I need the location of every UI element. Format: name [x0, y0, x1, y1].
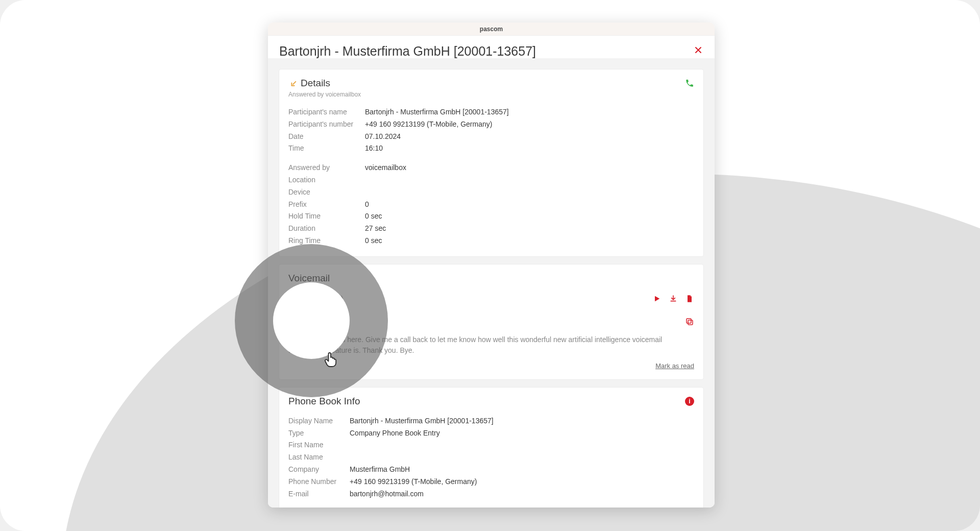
close-icon[interactable]: [693, 45, 703, 58]
details-label: Device: [288, 186, 365, 199]
app-window: pascom Bartonjrh - Musterfirma GmbH [200…: [268, 22, 715, 508]
transcription-text: Hi, James. James here. Give me a call ba…: [288, 334, 694, 356]
details-label: Date: [288, 131, 365, 143]
transcription-title: Transcription: [288, 317, 341, 327]
phonebook-label: Last Name: [288, 451, 350, 464]
details-value: 07.10.2024: [365, 131, 401, 143]
details-value: 27 sec: [365, 223, 386, 235]
details-row: Participant's nameBartonjrh - Musterfirm…: [288, 106, 694, 118]
phonebook-label: E-mail: [288, 488, 350, 500]
details-value: +49 160 99213199 (T-Mobile, Germany): [365, 118, 492, 131]
details-label: Answered by: [288, 162, 365, 174]
voicemail-duration: Duration (14 sec): [288, 295, 343, 303]
details-subtitle: Answered by voicemailbox: [288, 91, 694, 98]
document-button[interactable]: [685, 294, 694, 303]
details-label: Participant's name: [288, 106, 365, 118]
details-grid-1: Participant's nameBartonjrh - Musterfirm…: [288, 106, 694, 155]
phonebook-row: Last Name: [288, 451, 694, 464]
details-row: Location: [288, 174, 694, 186]
mark-read-row: Mark as read: [288, 361, 694, 370]
phonebook-value: Musterfirma GmbH: [350, 464, 410, 476]
outer-frame: pascom Bartonjrh - Musterfirma GmbH [200…: [0, 0, 980, 531]
details-row: Date07.10.2024: [288, 131, 694, 143]
phonebook-label: Phone Number: [288, 476, 350, 488]
details-row: Device: [288, 186, 694, 199]
phonebook-card: Phone Book Info i Display NameBartonjrh …: [279, 388, 703, 508]
details-row: Prefix0: [288, 199, 694, 211]
details-row: Duration27 sec: [288, 223, 694, 235]
phonebook-value: bartonjrh@hotmail.com: [350, 488, 424, 500]
copy-button[interactable]: [685, 317, 694, 326]
details-value: 0 sec: [365, 235, 382, 247]
details-value: 0 sec: [365, 210, 382, 223]
voicemail-card: Voicemail Duration (14 sec): [279, 264, 703, 379]
details-value: Bartonjrh - Musterfirma GmbH [20001-1365…: [365, 106, 509, 118]
phonebook-value: Company Phone Book Entry: [350, 427, 440, 440]
voicemail-actions: [652, 294, 694, 303]
phonebook-row: E-mailbartonjrh@hotmail.com: [288, 488, 694, 500]
voicemail-title: Voicemail: [288, 273, 694, 284]
phonebook-row: Phone Number+49 160 99213199 (T-Mobile, …: [288, 476, 694, 488]
details-label: Prefix: [288, 199, 365, 211]
call-button[interactable]: [685, 79, 694, 88]
details-card-header: Details: [288, 78, 694, 89]
details-grid-2: Answered byvoicemailboxLocationDevicePre…: [288, 162, 694, 247]
details-value: 0: [365, 199, 369, 211]
details-label: Ring Time: [288, 235, 365, 247]
titlebar: pascom: [268, 22, 715, 36]
details-row: Answered byvoicemailbox: [288, 162, 694, 174]
page-title: Bartonjrh - Musterfirma GmbH [20001-1365…: [279, 44, 536, 59]
phonebook-title: Phone Book Info: [288, 396, 360, 407]
details-title: Details: [288, 78, 330, 89]
details-row: Hold Time0 sec: [288, 210, 694, 223]
details-arrow-icon: [288, 79, 298, 88]
details-value: 16:10: [365, 142, 383, 155]
phonebook-header: Phone Book Info i: [288, 396, 694, 407]
download-button[interactable]: [669, 294, 678, 303]
voicemail-duration-row: Duration (14 sec): [288, 294, 694, 303]
transcription-header: Transcription: [288, 317, 694, 327]
info-button[interactable]: i: [685, 397, 694, 406]
details-row: Participant's number+49 160 99213199 (T-…: [288, 118, 694, 131]
phonebook-row: TypeCompany Phone Book Entry: [288, 427, 694, 440]
details-label: Duration: [288, 223, 365, 235]
phonebook-value: +49 160 99213199 (T-Mobile, Germany): [350, 476, 477, 488]
details-label: Participant's number: [288, 118, 365, 131]
svg-rect-1: [687, 319, 691, 323]
content-area[interactable]: Details Answered by voicemailbox Partici…: [268, 58, 715, 508]
details-value: voicemailbox: [365, 162, 406, 174]
phonebook-label: Display Name: [288, 415, 350, 427]
phonebook-row: Display NameBartonjrh - Musterfirma GmbH…: [288, 415, 694, 427]
mark-as-read-link[interactable]: Mark as read: [655, 362, 694, 370]
details-row: Time16:10: [288, 142, 694, 155]
phonebook-row: CompanyMusterfirma GmbH: [288, 464, 694, 476]
details-label: Time: [288, 142, 365, 155]
phonebook-label: Company: [288, 464, 350, 476]
phonebook-label: Type: [288, 427, 350, 440]
app-title: pascom: [480, 26, 503, 33]
details-row: Ring Time0 sec: [288, 235, 694, 247]
details-label: Hold Time: [288, 210, 365, 223]
svg-rect-0: [688, 320, 693, 325]
details-title-text: Details: [301, 78, 330, 89]
phonebook-row: First Name: [288, 439, 694, 451]
phonebook-grid: Display NameBartonjrh - Musterfirma GmbH…: [288, 415, 694, 500]
details-card: Details Answered by voicemailbox Partici…: [279, 69, 703, 256]
details-label: Location: [288, 174, 365, 186]
play-button[interactable]: [652, 294, 662, 303]
phonebook-value: Bartonjrh - Musterfirma GmbH [20001-1365…: [350, 415, 494, 427]
phonebook-label: First Name: [288, 439, 350, 451]
